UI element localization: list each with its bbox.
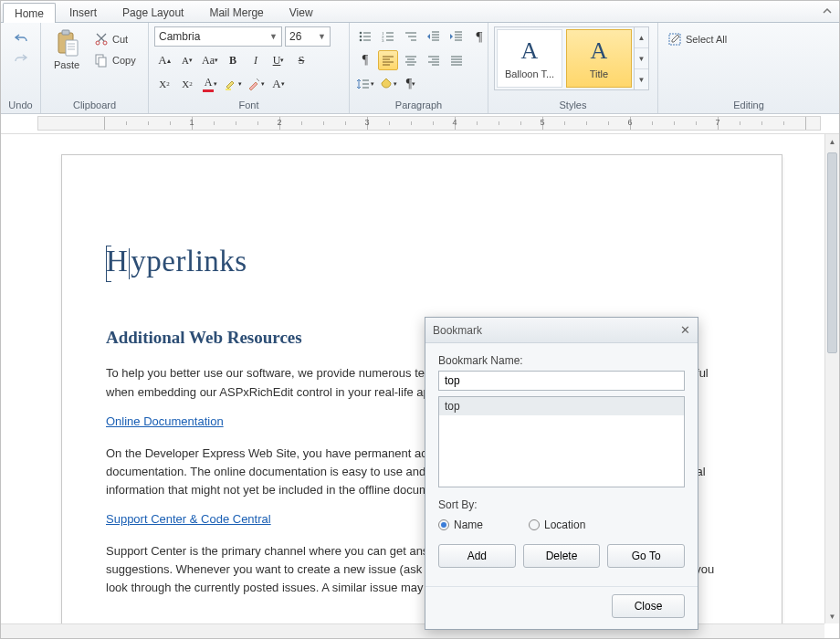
group-label-editing: Editing	[664, 99, 834, 111]
gallery-expand-icon[interactable]: ▼	[635, 69, 648, 89]
ribbon-collapse-icon[interactable]	[821, 5, 834, 17]
svg-point-7	[103, 41, 107, 45]
shrink-font-button[interactable]: A▾	[177, 50, 197, 70]
group-undo: Undo	[1, 23, 41, 113]
font-size-combo[interactable]: 26 ▼	[285, 26, 331, 47]
horizontal-ruler[interactable]: 1234567	[37, 116, 821, 131]
select-all-button[interactable]: Select All	[664, 30, 730, 48]
dialog-title-text: Bookmark	[433, 324, 482, 337]
show-marks-button[interactable]: ¶	[469, 26, 489, 47]
align-right-button[interactable]	[424, 50, 444, 70]
grow-font-button[interactable]: A▴	[154, 50, 174, 70]
scroll-down-icon[interactable]: ▼	[825, 609, 839, 623]
dialog-titlebar[interactable]: Bookmark ✕	[425, 318, 698, 343]
font-dialog-button[interactable]: A▾	[268, 74, 289, 94]
scrollbar-thumb[interactable]	[827, 152, 837, 353]
radio-icon	[529, 519, 540, 530]
copy-label: Copy	[112, 55, 136, 66]
font-color-button[interactable]: A▾	[200, 74, 220, 94]
vertical-scrollbar[interactable]: ▲ ▼	[824, 134, 839, 623]
gallery-down-icon[interactable]: ▼	[635, 48, 648, 69]
add-button[interactable]: Add	[438, 544, 516, 568]
undo-icon[interactable]	[14, 32, 28, 47]
line-spacing-button[interactable]: ▾	[355, 74, 375, 94]
style-title[interactable]: A Title	[566, 29, 632, 88]
link-support-center[interactable]: Support Center & Code Central	[106, 512, 271, 526]
group-clipboard: Paste Cut Copy Clipboard	[41, 23, 149, 113]
link-online-docs[interactable]: Online Documentation	[106, 414, 224, 428]
radio-icon	[438, 519, 449, 530]
goto-button[interactable]: Go To	[607, 544, 685, 568]
paste-button[interactable]: Paste	[47, 26, 87, 72]
increase-indent-button[interactable]	[446, 26, 467, 47]
clear-formatting-button[interactable]: ▾	[246, 74, 266, 94]
bookmark-name-input[interactable]	[438, 371, 685, 391]
font-family-combo[interactable]: Cambria ▼	[154, 26, 282, 47]
group-paragraph: 123 ¶ ¶ ▾ ▾ ¶▾	[350, 23, 488, 113]
sort-location-radio[interactable]: Location	[529, 519, 585, 531]
italic-button[interactable]: I	[246, 50, 266, 70]
bold-button[interactable]: B	[223, 50, 243, 70]
shading-button[interactable]: ▾	[378, 74, 398, 94]
bookmark-list[interactable]: top	[438, 396, 685, 487]
ribbon-tabstrip: Home Insert Page Layout Mail Merge View	[1, 1, 839, 23]
svg-rect-2	[66, 40, 78, 56]
bookmark-list-item[interactable]: top	[439, 397, 684, 415]
close-button[interactable]: Close	[612, 594, 685, 618]
delete-button[interactable]: Delete	[523, 544, 601, 568]
sort-name-radio[interactable]: Name	[438, 519, 483, 531]
tab-insert[interactable]: Insert	[58, 2, 109, 22]
horizontal-scrollbar[interactable]	[1, 623, 824, 638]
redo-icon[interactable]	[14, 52, 28, 67]
sort-name-label: Name	[454, 519, 483, 531]
change-case-button[interactable]: Aa▾	[200, 50, 220, 70]
tab-mail-merge[interactable]: Mail Merge	[197, 2, 275, 22]
app-window: Home Insert Page Layout Mail Merge View …	[0, 0, 840, 639]
group-label-styles: Styles	[494, 99, 652, 111]
svg-point-11	[360, 32, 362, 35]
font-size-value: 26	[289, 30, 301, 43]
chevron-down-icon: ▼	[318, 32, 326, 41]
underline-button[interactable]: U▾	[268, 50, 289, 70]
group-styles: A Balloon T... A Title ▲ ▼ ▼ Styles	[488, 23, 658, 113]
align-justify-button[interactable]	[446, 50, 467, 70]
doc-title[interactable]: Hyperlinks	[106, 245, 718, 282]
pilcrow-button[interactable]: ¶	[355, 50, 375, 70]
paste-label: Paste	[54, 59, 79, 70]
svg-rect-1	[62, 30, 69, 35]
style-balloon-text[interactable]: A Balloon T...	[497, 29, 562, 88]
strikethrough-button[interactable]: S	[291, 50, 311, 70]
superscript-button[interactable]: X2	[154, 74, 174, 94]
style-sample: A	[521, 37, 539, 65]
group-label-paragraph: Paragraph	[355, 99, 482, 111]
copy-button[interactable]: Copy	[90, 51, 140, 69]
style-name: Title	[590, 68, 608, 79]
svg-point-6	[96, 41, 100, 45]
subscript-button[interactable]: X2	[177, 74, 197, 94]
scroll-up-icon[interactable]: ▲	[825, 134, 839, 149]
group-editing: Select All Editing	[658, 23, 839, 113]
svg-point-13	[360, 39, 362, 42]
tab-view[interactable]: View	[278, 2, 325, 22]
bookmark-dialog: Bookmark ✕ Bookmark Name: top Sort By: N…	[425, 317, 698, 630]
font-family-value: Cambria	[159, 30, 200, 43]
tab-home[interactable]: Home	[3, 3, 56, 23]
styles-gallery: A Balloon T... A Title ▲ ▼ ▼	[494, 26, 649, 90]
style-sample: A	[591, 37, 608, 65]
paragraph-dialog-button[interactable]: ¶▾	[401, 74, 421, 94]
decrease-indent-button[interactable]	[424, 26, 444, 47]
highlight-button[interactable]: ▾	[223, 74, 243, 94]
bullets-button[interactable]	[355, 26, 375, 47]
select-all-icon	[667, 32, 682, 47]
numbering-button[interactable]: 123	[378, 26, 398, 47]
bookmark-name-label: Bookmark Name:	[438, 354, 685, 367]
multilevel-button[interactable]	[401, 26, 421, 47]
group-font: Cambria ▼ 26 ▼ A▴ A▾ Aa▾ B I U▾ S	[149, 23, 350, 113]
gallery-up-icon[interactable]: ▲	[635, 27, 648, 48]
cut-label: Cut	[112, 34, 128, 45]
tab-page-layout[interactable]: Page Layout	[110, 2, 195, 22]
close-icon[interactable]: ✕	[680, 323, 690, 337]
align-center-button[interactable]	[401, 50, 421, 70]
align-left-button[interactable]	[378, 50, 398, 70]
cut-button[interactable]: Cut	[90, 30, 140, 48]
